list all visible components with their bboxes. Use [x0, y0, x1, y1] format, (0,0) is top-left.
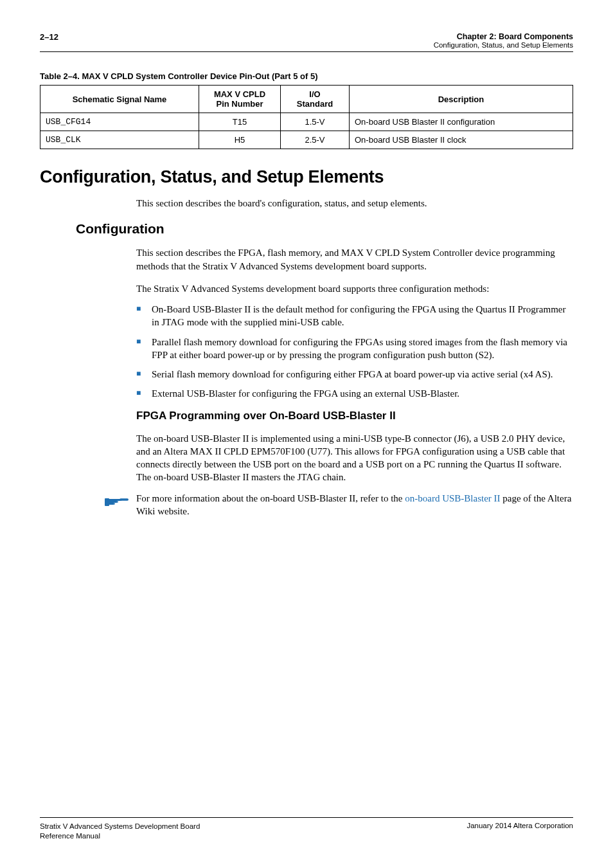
footer-doc-subtitle: Reference Manual [40, 831, 200, 841]
header-rule [40, 51, 573, 52]
th-pin-number: MAX V CPLD Pin Number [199, 86, 281, 113]
chapter-subtitle: Configuration, Status, and Setup Element… [434, 41, 573, 49]
section-heading: Configuration, Status, and Setup Element… [40, 167, 573, 187]
cell-signal: USB_CFG14 [40, 113, 199, 131]
body-text: The Stratix V Advanced Systems developme… [136, 282, 573, 295]
chapter-title: Chapter 2: Board Components [434, 32, 573, 41]
note-text: For more information about the on-board … [136, 492, 573, 518]
page-footer: Stratix V Advanced Systems Development B… [40, 812, 573, 841]
reference-link[interactable]: on-board USB-Blaster II [405, 493, 500, 503]
svg-rect-1 [120, 498, 129, 501]
th-io-standard: I/O Standard [281, 86, 350, 113]
cell-signal: USB_CLK [40, 131, 199, 149]
body-text: This section describes the FPGA, flash m… [136, 246, 573, 273]
cell-pin: H5 [199, 131, 281, 149]
body-text: This section describes the board's confi… [136, 197, 573, 210]
page-number: 2–12 [40, 32, 58, 42]
list-item: On-Board USB-Blaster II is the default m… [136, 303, 573, 329]
bullet-list: On-Board USB-Blaster II is the default m… [136, 303, 573, 401]
svg-rect-0 [105, 498, 109, 506]
list-item: Parallel flash memory download for confi… [136, 336, 573, 362]
footer-rule [40, 817, 573, 818]
th-description: Description [350, 86, 573, 113]
cell-std: 2.5-V [281, 131, 350, 149]
cell-desc: On-board USB Blaster II clock [350, 131, 573, 149]
footer-doc-title: Stratix V Advanced Systems Development B… [40, 822, 200, 831]
list-item: Serial flash memory download for configu… [136, 368, 573, 381]
table-row: USB_CFG14 T15 1.5-V On-board USB Blaster… [40, 113, 573, 131]
cell-std: 1.5-V [281, 113, 350, 131]
list-item: External USB-Blaster for configuring the… [136, 387, 573, 400]
table-row: USB_CLK H5 2.5-V On-board USB Blaster II… [40, 131, 573, 149]
body-text: The on-board USB-Blaster II is implement… [136, 432, 573, 484]
info-note: For more information about the on-board … [104, 492, 573, 518]
cell-desc: On-board USB Blaster II configuration [350, 113, 573, 131]
table-caption: Table 2–4. MAX V CPLD System Controller … [40, 71, 573, 81]
subsection-heading: Configuration [76, 221, 573, 237]
subsubsection-heading: FPGA Programming over On-Board USB-Blast… [136, 410, 573, 422]
pointer-icon [104, 493, 130, 511]
footer-date: January 2014 Altera Corporation [466, 822, 573, 841]
cell-pin: T15 [199, 113, 281, 131]
pinout-table: Schematic Signal Name MAX V CPLD Pin Num… [40, 85, 573, 149]
th-schematic-signal: Schematic Signal Name [40, 86, 199, 113]
